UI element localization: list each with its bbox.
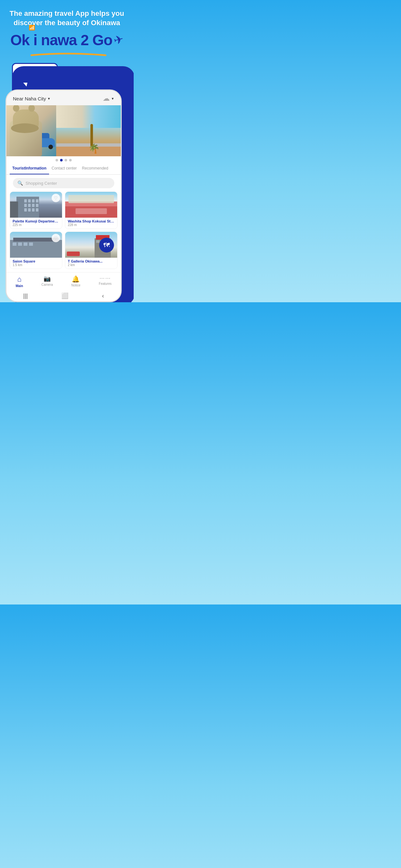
place-distance-palette: 225 m (12, 223, 59, 227)
cloud-icon: ☁ (103, 94, 110, 103)
dot-3[interactable] (65, 159, 67, 161)
logo-container: Ok 📶 i nawa 2 Go ✈ (6, 31, 127, 49)
place-info-washita: Washita Shop Kokusai Str... 228 m (65, 218, 117, 228)
weather-selector[interactable]: ☁ ▼ (103, 94, 114, 103)
place-card-washita[interactable]: Washita Shop Kokusai Str... 228 m (65, 191, 118, 229)
place-image-washita (65, 192, 117, 218)
search-input[interactable]: Shopping Center (26, 181, 57, 186)
location-selector[interactable]: Near Naha City ▼ (13, 96, 50, 101)
map-button[interactable]: 🗺 (99, 238, 114, 252)
location-dropdown-arrow: ▼ (48, 97, 51, 100)
place-card-tgalleria[interactable]: 🗺 T Galleria Okinawa... 2 km (65, 231, 118, 269)
tabs-bar: TouristInformation Contact center Recomm… (6, 163, 121, 175)
heart-button-saion[interactable]: ♡ (52, 234, 60, 242)
phone-top-bar: Near Naha City ▼ ☁ ▼ (6, 90, 121, 105)
nav-label-features: Features (99, 282, 112, 285)
place-card-palette[interactable]: ♡ Palette Kumoji Departmen... 225 m (10, 191, 62, 229)
logo-underline (25, 51, 109, 57)
nav-label-camera: Camera (41, 283, 53, 286)
tab-tourist-information[interactable]: TouristInformation (10, 163, 49, 175)
shisa-statue (6, 114, 49, 156)
places-grid: ♡ Palette Kumoji Departmen... 225 m Wash… (6, 191, 121, 272)
tab-recommended[interactable]: Recommended (80, 163, 111, 175)
place-distance-saion: 1.5 km (12, 263, 59, 267)
palm-tree: 🌴 (89, 124, 95, 150)
place-info-palette: Palette Kumoji Departmen... 225 m (10, 218, 62, 228)
place-name-washita: Washita Shop Kokusai Str... (68, 219, 115, 223)
header-section: The amazing travel App helps you discove… (0, 0, 134, 63)
nav-item-main[interactable]: ⌂ Main (16, 275, 23, 288)
wifi-icon: 📶 (29, 25, 35, 31)
place-distance-tgalleria: 2 km (68, 263, 115, 267)
place-distance-washita: 228 m (68, 223, 115, 227)
dot-4[interactable] (69, 159, 72, 161)
carousel-dots (6, 156, 121, 163)
phone-section: 5 languagesupport Near Naha City ▼ ☁ ▼ (5, 63, 128, 302)
bottom-nav: ⌂ Main 📷 Camera 🔔 Notice ⋯⋯ Features (6, 272, 121, 289)
place-name-tgalleria: T Galleria Okinawa... (68, 259, 115, 263)
tagline: The amazing travel App helps you discove… (6, 9, 127, 27)
location-text: Near Naha City (13, 96, 46, 101)
banner-image: 🌴 (6, 105, 121, 156)
nav-label-main: Main (16, 284, 23, 288)
nav-item-notice[interactable]: 🔔 Notice (71, 275, 81, 288)
place-info-tgalleria: T Galleria Okinawa... 2 km (65, 258, 117, 269)
place-info-saion: Saion Square 1.5 km (10, 258, 62, 269)
bell-icon: 🔔 (72, 275, 80, 283)
place-card-saion[interactable]: ♡ Saion Square 1.5 km (10, 231, 62, 269)
logo-text: Ok 📶 i nawa 2 Go (10, 31, 112, 49)
phone-body: Near Naha City ▼ ☁ ▼ 🌴 (5, 89, 122, 302)
weather-dropdown-arrow: ▼ (111, 97, 114, 100)
android-back-btn[interactable]: ‹ (102, 292, 104, 299)
nav-item-camera[interactable]: 📷 Camera (41, 275, 53, 288)
place-name-saion: Saion Square (12, 259, 59, 263)
camera-icon: 📷 (43, 275, 51, 282)
search-bar[interactable]: 🔍 Shopping Center (13, 178, 114, 188)
dot-2[interactable] (60, 159, 63, 161)
android-nav: ||| ⬜ ‹ (6, 289, 121, 301)
home-icon: ⌂ (17, 275, 21, 283)
tab-contact-center[interactable]: Contact center (49, 163, 80, 175)
heart-button-palette[interactable]: ♡ (52, 194, 60, 202)
nav-label-notice: Notice (71, 283, 81, 287)
features-icon: ⋯⋯ (99, 275, 111, 281)
android-menu-btn[interactable]: ||| (23, 292, 28, 299)
search-icon: 🔍 (18, 181, 23, 186)
dot-1[interactable] (56, 159, 58, 161)
place-name-palette: Palette Kumoji Departmen... (12, 219, 59, 223)
nav-item-features[interactable]: ⋯⋯ Features (99, 275, 112, 288)
android-home-btn[interactable]: ⬜ (61, 292, 68, 299)
plane-icon: ✈ (112, 32, 125, 48)
